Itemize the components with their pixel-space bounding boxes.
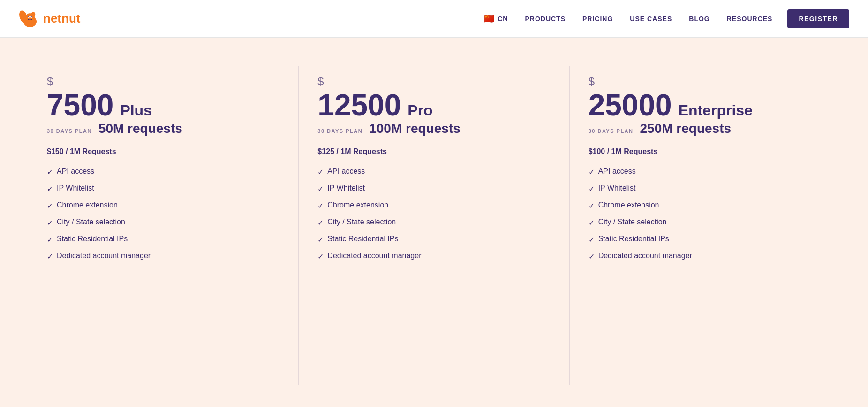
list-item: ✓Static Residential IPs <box>47 231 279 248</box>
navbar: netnut 🇨🇳 CN PRODUCTS PRICING USE CASES … <box>0 0 868 38</box>
nav-item-blog[interactable]: BLOG <box>689 15 709 23</box>
list-item: ✓City / State selection <box>317 214 550 231</box>
pricing-section: $ 7500 Plus 30 DAYS PLAN 50M requests $1… <box>0 38 868 407</box>
logo[interactable]: netnut <box>19 8 80 30</box>
list-item: ✓Static Residential IPs <box>317 231 550 248</box>
plan-enterprise-price: 25000 <box>589 90 672 120</box>
check-icon: ✓ <box>47 218 53 227</box>
check-icon: ✓ <box>317 218 324 227</box>
list-item: ✓Chrome extension <box>47 197 279 214</box>
list-item: ✓API access <box>317 163 550 180</box>
list-item: ✓Static Residential IPs <box>589 231 821 248</box>
products-link[interactable]: PRODUCTS <box>525 15 566 23</box>
svg-point-6 <box>31 16 32 17</box>
plan-plus-days: 30 DAYS PLAN <box>47 128 92 134</box>
plan-enterprise: $ 25000 Enterprise 30 DAYS PLAN 250M req… <box>570 66 840 385</box>
nav-cn[interactable]: 🇨🇳 CN <box>484 14 508 24</box>
list-item: ✓API access <box>589 163 821 180</box>
plan-plus-requests: 50M requests <box>98 121 182 136</box>
check-icon: ✓ <box>589 218 595 227</box>
plan-pro-price-per: $125 / 1M Requests <box>317 147 550 156</box>
nav-links: 🇨🇳 CN PRODUCTS PRICING USE CASES BLOG RE… <box>484 14 772 24</box>
resources-link[interactable]: RESOURCES <box>727 15 773 23</box>
check-icon: ✓ <box>47 168 53 177</box>
nav-item-products[interactable]: PRODUCTS <box>525 15 566 23</box>
plan-plus-features: ✓API access ✓IP Whitelist ✓Chrome extens… <box>47 163 279 265</box>
use-cases-link[interactable]: USE CASES <box>630 15 672 23</box>
list-item: ✓IP Whitelist <box>589 180 821 197</box>
logo-text: netnut <box>43 11 80 26</box>
plan-pro-days: 30 DAYS PLAN <box>317 128 362 134</box>
plan-pro-features: ✓API access ✓IP Whitelist ✓Chrome extens… <box>317 163 550 265</box>
check-icon: ✓ <box>47 184 53 193</box>
plan-pro: $ 12500 Pro 30 DAYS PLAN 100M requests $… <box>299 66 569 385</box>
list-item: ✓IP Whitelist <box>317 180 550 197</box>
register-button[interactable]: REGISTER <box>787 9 849 28</box>
check-icon: ✓ <box>589 168 595 177</box>
plan-plus: $ 7500 Plus 30 DAYS PLAN 50M requests $1… <box>28 66 299 385</box>
nav-item-use-cases[interactable]: USE CASES <box>630 15 672 23</box>
plan-enterprise-features: ✓API access ✓IP Whitelist ✓Chrome extens… <box>589 163 821 265</box>
cn-flag-icon: 🇨🇳 <box>484 14 495 24</box>
blog-link[interactable]: BLOG <box>689 15 709 23</box>
check-icon: ✓ <box>317 168 324 177</box>
plan-plus-name: Plus <box>120 102 152 119</box>
nav-item-pricing[interactable]: PRICING <box>582 15 613 23</box>
nav-item-resources[interactable]: RESOURCES <box>727 15 773 23</box>
check-icon: ✓ <box>589 235 595 244</box>
plan-enterprise-price-per: $100 / 1M Requests <box>589 147 821 156</box>
plan-enterprise-requests: 250M requests <box>640 121 732 136</box>
svg-point-5 <box>28 16 29 17</box>
plan-pro-dollar: $ <box>317 75 550 88</box>
logo-icon <box>19 8 41 30</box>
check-icon: ✓ <box>589 201 595 210</box>
check-icon: ✓ <box>317 252 324 261</box>
list-item: ✓City / State selection <box>47 214 279 231</box>
list-item: ✓Dedicated account manager <box>589 248 821 265</box>
list-item: ✓City / State selection <box>589 214 821 231</box>
check-icon: ✓ <box>589 252 595 261</box>
list-item: ✓IP Whitelist <box>47 180 279 197</box>
list-item: ✓Chrome extension <box>589 197 821 214</box>
plan-plus-dollar: $ <box>47 75 279 88</box>
check-icon: ✓ <box>317 184 324 193</box>
plan-plus-price: 7500 <box>47 90 113 120</box>
list-item: ✓Chrome extension <box>317 197 550 214</box>
list-item: ✓Dedicated account manager <box>47 248 279 265</box>
check-icon: ✓ <box>589 184 595 193</box>
plan-pro-requests: 100M requests <box>369 121 460 136</box>
plan-plus-price-per: $150 / 1M Requests <box>47 147 279 156</box>
check-icon: ✓ <box>317 201 324 210</box>
plan-enterprise-dollar: $ <box>589 75 821 88</box>
plan-pro-name: Pro <box>408 102 432 119</box>
check-icon: ✓ <box>317 235 324 244</box>
list-item: ✓API access <box>47 163 279 180</box>
list-item: ✓Dedicated account manager <box>317 248 550 265</box>
check-icon: ✓ <box>47 235 53 244</box>
plan-enterprise-days: 30 DAYS PLAN <box>589 128 634 134</box>
check-icon: ✓ <box>47 201 53 210</box>
plan-pro-price: 12500 <box>317 90 401 120</box>
plan-enterprise-name: Enterprise <box>679 102 753 119</box>
pricing-link[interactable]: PRICING <box>582 15 613 23</box>
cn-label: CN <box>498 15 508 23</box>
check-icon: ✓ <box>47 252 53 261</box>
